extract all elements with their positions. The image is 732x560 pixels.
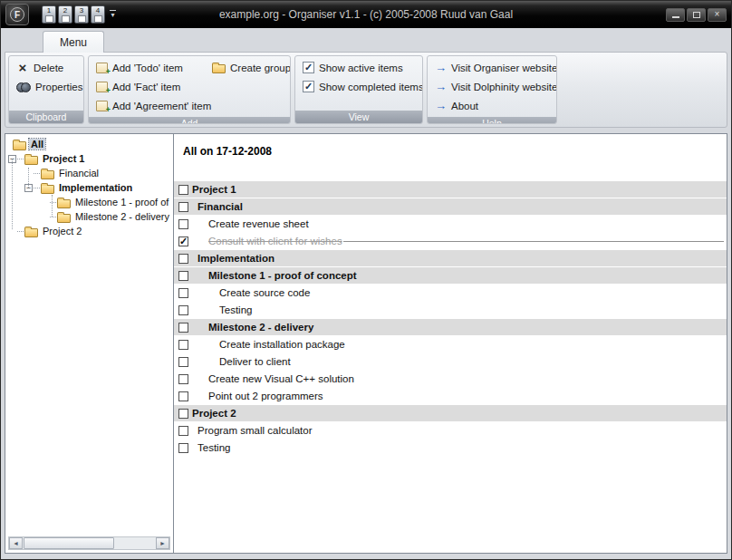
row-label: Milestone 1 - proof of concept [208, 270, 357, 281]
add-note-icon: + [96, 82, 108, 92]
organiser-window: F 1 2 3 4 ▾ example.org - [0, 0, 732, 560]
row-label: Project 1 [192, 184, 236, 195]
tree-guide-line [52, 195, 53, 217]
delete-button[interactable]: × Delete [13, 58, 84, 77]
group-row-financial[interactable]: Financial [174, 198, 727, 216]
row-label: Create installation package [219, 339, 345, 350]
quick-access-customize-button[interactable]: ▾ [107, 5, 119, 24]
project-tree-panel: All − Project 1 Financial − Implementati… [5, 134, 174, 553]
checkbox[interactable] [178, 202, 188, 212]
tree-item-milestone-1[interactable]: Milestone 1 - proof of [5, 195, 173, 209]
help-group-body: → Visit Organiser website → Visit Dolphi… [428, 56, 556, 117]
close-button[interactable]: × [708, 8, 727, 22]
tab-menu[interactable]: Menu [43, 31, 104, 53]
todo-row[interactable]: Testing [174, 439, 727, 457]
checkbox[interactable] [178, 271, 188, 281]
quick-access-number: 3 [80, 7, 83, 14]
row-label: Deliver to client [219, 356, 291, 367]
scroll-left-button[interactable]: ◄ [9, 537, 23, 549]
tree-item-label: Milestone 2 - delivery [73, 211, 171, 222]
checkbox[interactable] [178, 219, 188, 229]
checkbox[interactable] [178, 340, 188, 350]
properties-button[interactable]: Properties [13, 77, 84, 96]
completed-todo-row[interactable]: ✓ Consult with client for wishes [174, 233, 727, 250]
tree-item-label: Project 2 [41, 226, 83, 237]
todo-row[interactable]: Point out 2 programmers [174, 388, 727, 405]
app-icon[interactable]: F [5, 4, 29, 25]
quick-access-button-4[interactable]: 4 [91, 5, 105, 24]
tree-item-implementation[interactable]: − Implementation [5, 180, 173, 195]
checkbox-checked-icon[interactable]: ✓ [303, 81, 314, 92]
window-controls: × [666, 8, 727, 22]
show-active-items-checkbox[interactable]: ✓ Show active items [299, 58, 423, 77]
scroll-right-button[interactable]: ► [156, 537, 169, 549]
group-row-implementation[interactable]: Implementation [174, 250, 727, 267]
group-row-milestone-1[interactable]: Milestone 1 - proof of concept [174, 267, 727, 285]
scrollbar-track[interactable] [114, 537, 156, 549]
visit-organiser-website-button[interactable]: → Visit Organiser website [431, 58, 557, 77]
row-label: Implementation [197, 253, 274, 264]
checkbox[interactable] [178, 374, 188, 384]
checkbox[interactable] [178, 357, 188, 367]
checkbox[interactable] [178, 254, 188, 264]
checkbox[interactable] [178, 409, 188, 419]
todo-row[interactable]: Create source code [174, 285, 727, 302]
add-agreement-item-button[interactable]: + Add 'Agreement' item [92, 96, 208, 115]
quick-access-number: 4 [96, 7, 100, 14]
add-todo-item-button[interactable]: + Add 'Todo' item [92, 58, 208, 77]
checkbox[interactable] [178, 185, 188, 195]
checkbox-checked-icon[interactable]: ✓ [303, 62, 314, 73]
tree-item-label: Project 1 [41, 153, 86, 164]
row-label: Testing [197, 442, 230, 453]
group-row-project-2[interactable]: Project 2 [174, 405, 727, 422]
checkbox[interactable] [178, 323, 188, 333]
button-label: Create group [230, 63, 291, 73]
row-label: Project 2 [192, 408, 236, 419]
create-group-button[interactable]: Create group [208, 58, 291, 77]
todo-row[interactable]: Create installation package [174, 336, 727, 353]
folder-icon [24, 228, 38, 237]
checkbox[interactable] [178, 305, 188, 315]
tree-horizontal-scrollbar[interactable]: ◄ ► [8, 536, 170, 550]
tree-item-milestone-2[interactable]: Milestone 2 - delivery [5, 209, 173, 224]
todo-row[interactable]: Create new Visual C++ solution [174, 371, 727, 388]
about-button[interactable]: → About [431, 96, 557, 115]
visit-dolphinity-website-button[interactable]: → Visit Dolphinity website [431, 77, 557, 96]
todo-row[interactable]: Deliver to client [174, 353, 727, 371]
tree-item-project-1[interactable]: − Project 1 [5, 151, 173, 166]
tree-item-project-2[interactable]: Project 2 [5, 224, 173, 238]
row-label: Financial [197, 201, 243, 212]
tree-item-all[interactable]: All [5, 137, 173, 151]
row-label: Point out 2 programmers [208, 391, 323, 401]
document-icon [94, 15, 102, 23]
tree-guide-line [28, 168, 29, 188]
arrow-right-icon: → [435, 81, 447, 92]
checkbox[interactable] [178, 426, 188, 436]
row-label: Create source code [219, 287, 310, 298]
add-fact-item-button[interactable]: + Add 'Fact' item [92, 77, 208, 96]
folder-icon [212, 64, 226, 73]
scrollbar-thumb[interactable] [24, 537, 114, 549]
show-completed-items-checkbox[interactable]: ✓ Show completed items [299, 77, 423, 96]
open-folder-icon [13, 141, 26, 150]
arrow-right-icon: → [435, 100, 447, 111]
group-row-project-1[interactable]: Project 1 [174, 181, 727, 198]
group-row-milestone-2[interactable]: Milestone 2 - delivery [174, 319, 727, 336]
quick-access-button-2[interactable]: 2 [58, 5, 72, 24]
quick-access-button-3[interactable]: 3 [74, 5, 89, 24]
maximize-button[interactable] [687, 8, 706, 22]
checkbox[interactable] [178, 443, 188, 453]
todo-row[interactable]: Program small calculator [174, 422, 727, 439]
checkbox-checked[interactable]: ✓ [178, 237, 188, 246]
checkbox[interactable] [178, 391, 188, 401]
folder-icon [57, 199, 71, 208]
todo-row[interactable]: Testing [174, 302, 727, 319]
tree-guide-line [12, 159, 13, 229]
quick-access-number: 1 [47, 7, 51, 14]
minimize-button[interactable] [666, 8, 685, 22]
tree-item-financial[interactable]: Financial [5, 166, 173, 180]
add-note-icon: + [96, 63, 108, 73]
quick-access-button-1[interactable]: 1 [42, 5, 56, 24]
checkbox[interactable] [178, 288, 188, 298]
todo-row[interactable]: Create revenue sheet [174, 216, 727, 233]
